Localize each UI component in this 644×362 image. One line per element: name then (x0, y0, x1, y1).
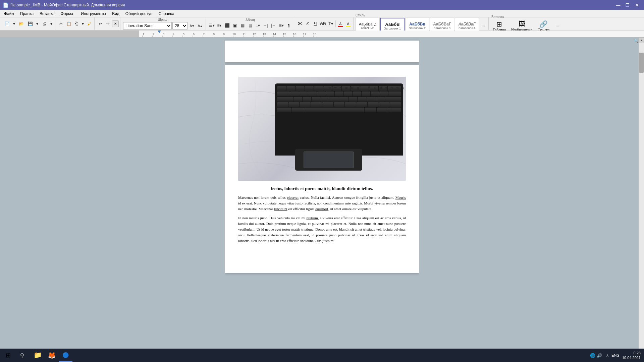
clear-format[interactable]: ✖ (112, 20, 119, 27)
font-size-input[interactable]: 28 (172, 22, 187, 29)
align-right-button[interactable]: ▦ (239, 22, 246, 29)
start-button[interactable]: ⊞ (0, 349, 16, 362)
search-taskbar-icon: ⚲ (20, 352, 24, 359)
text-color-button[interactable]: A (337, 20, 344, 27)
menu-edit[interactable]: Правка (17, 11, 37, 17)
svg-text:10: 10 (232, 33, 236, 36)
save-button[interactable]: 💾 (26, 20, 35, 27)
svg-text:6: 6 (193, 33, 195, 36)
svg-text:15: 15 (283, 33, 286, 36)
svg-text:14: 14 (273, 33, 276, 36)
myoffice-icon: 🔵 (62, 352, 69, 358)
menu-format[interactable]: Формат (58, 11, 78, 17)
scroll-thumb[interactable] (639, 53, 644, 73)
svg-text:11: 11 (243, 33, 246, 36)
toolbar: 📄 ▾ 📂 💾 ▾ 🖨 ▾ ✂ 📋 ⎗ ▾ 🖌 ↩ ↪ ✖ (0, 17, 644, 31)
clock: 0:28 10.04.2021 (622, 351, 641, 360)
bold-button[interactable]: Ж (296, 20, 304, 27)
link-icon: 🔗 (539, 20, 548, 28)
paragraph-marks[interactable]: ¶ (285, 22, 292, 29)
columns-dropdown[interactable]: ⊞▾ (277, 22, 285, 29)
number-list-button[interactable]: ≡▾ (216, 22, 223, 29)
svg-text:9: 9 (223, 33, 225, 36)
svg-text:16: 16 (293, 33, 296, 36)
taskbar-app-explorer[interactable]: 📁 (31, 349, 44, 362)
search-taskbar-button[interactable]: ⚲ (16, 349, 28, 362)
italic-button[interactable]: К (304, 20, 311, 27)
taskbar-app-myoffice[interactable]: 🔵 (59, 349, 72, 362)
titlebar: 📄 file-sample_1MB - МойОфис Стандартный.… (0, 0, 644, 10)
svg-text:2: 2 (153, 33, 154, 36)
page-top (225, 41, 419, 62)
underline-button[interactable]: Ч (312, 20, 319, 27)
firefox-icon: 🦊 (48, 351, 56, 359)
font-options[interactable]: T▾ (327, 20, 334, 27)
font-name-select[interactable]: Liberation Sans (123, 22, 172, 29)
tray-arrows[interactable]: ∧ (606, 353, 609, 358)
svg-text:13: 13 (263, 33, 266, 36)
doc-paragraph1: Maecenas non lorem quis tellus placerat … (238, 195, 406, 212)
bullet-list-button[interactable]: ☰▾ (208, 22, 215, 29)
new-button[interactable]: 📄 (3, 20, 11, 27)
indent-decrease[interactable]: |← (270, 22, 277, 29)
windows-taskbar: ⊞ ⚲ 📁 🦊 🔵 🌐 🔊 ∧ ENG 0:28 10.04.2021 (0, 349, 644, 362)
vertical-text: Maecenas mauris (327, 87, 406, 92)
tray-icons: 🌐 🔊 (590, 353, 602, 358)
line-spacing-button[interactable]: ↕▾ (254, 22, 262, 29)
redo-button[interactable]: ↪ (104, 20, 112, 27)
paste-button[interactable]: ⎗ (73, 20, 80, 27)
svg-text:1: 1 (143, 33, 144, 36)
table-icon: ⊞ (496, 20, 502, 28)
close-button[interactable]: ✕ (633, 2, 641, 8)
minimize-button[interactable]: — (614, 2, 623, 8)
svg-text:18: 18 (313, 33, 316, 36)
svg-text:12: 12 (253, 33, 256, 36)
start-icon: ⊞ (6, 352, 11, 359)
highlight-button[interactable]: A (344, 20, 352, 27)
taskbar-app-firefox[interactable]: 🦊 (45, 349, 58, 362)
increase-font-size[interactable]: A▴ (196, 22, 204, 29)
language-indicator: ENG (611, 353, 620, 357)
undo-button[interactable]: ↩ (97, 20, 104, 27)
menu-tools[interactable]: Инструменты (78, 11, 109, 17)
format-painter[interactable]: 🖌 (86, 20, 93, 27)
align-center-button[interactable]: ▣ (231, 22, 238, 29)
laptop-image: Maecenas mauris (238, 77, 406, 181)
align-justify-button[interactable]: ▤ (247, 22, 254, 29)
volume-icon: 🔊 (597, 353, 602, 358)
restore-button[interactable]: ❐ (623, 2, 632, 8)
new-dropdown[interactable]: ▾ (12, 20, 16, 27)
more-insert[interactable]: ··· (554, 22, 561, 29)
print-button[interactable]: 🖨 (40, 20, 49, 27)
align-left-button[interactable]: ⬛ (223, 22, 231, 29)
network-icon: 🌐 (590, 353, 595, 358)
paste-dropdown[interactable]: ▾ (80, 20, 85, 27)
svg-text:4: 4 (173, 33, 174, 36)
search-icon[interactable]: 🔍 (633, 38, 639, 44)
svg-text:3: 3 (163, 33, 164, 36)
menu-file[interactable]: Файл (1, 11, 17, 17)
keyboard (275, 83, 403, 156)
svg-text:17: 17 (303, 33, 306, 36)
trackpad (295, 149, 362, 176)
scroll-up-arrow[interactable]: ▲ (639, 37, 644, 43)
strikethrough-button[interactable]: АВ (319, 20, 327, 27)
titlebar-left: 📄 file-sample_1MB - МойОфис Стандартный.… (3, 2, 125, 8)
menu-view[interactable]: Вид (109, 11, 122, 17)
indent-increase[interactable]: →| (262, 22, 269, 29)
more-styles[interactable]: ··· (480, 22, 487, 29)
svg-text:7: 7 (203, 33, 205, 36)
decrease-font-size[interactable]: A▾ (188, 22, 196, 29)
cut-button[interactable]: ✂ (57, 20, 65, 27)
menu-insert[interactable]: Вставка (37, 11, 57, 17)
save-dropdown[interactable]: ▾ (35, 20, 40, 27)
taskbar-apps: 📁 🦊 🔵 (31, 349, 72, 362)
menu-share[interactable]: Общий доступ (123, 11, 155, 17)
menu-help[interactable]: Справка (156, 11, 177, 17)
time-display: 0:28 (622, 351, 641, 355)
vertical-scrollbar[interactable]: ▲ ▼ (639, 37, 644, 362)
date-display: 10.04.2021 (622, 355, 641, 360)
copy-button[interactable]: 📋 (65, 20, 72, 27)
open-button[interactable]: 📂 (17, 20, 25, 27)
print-dropdown[interactable]: ▾ (49, 20, 54, 27)
